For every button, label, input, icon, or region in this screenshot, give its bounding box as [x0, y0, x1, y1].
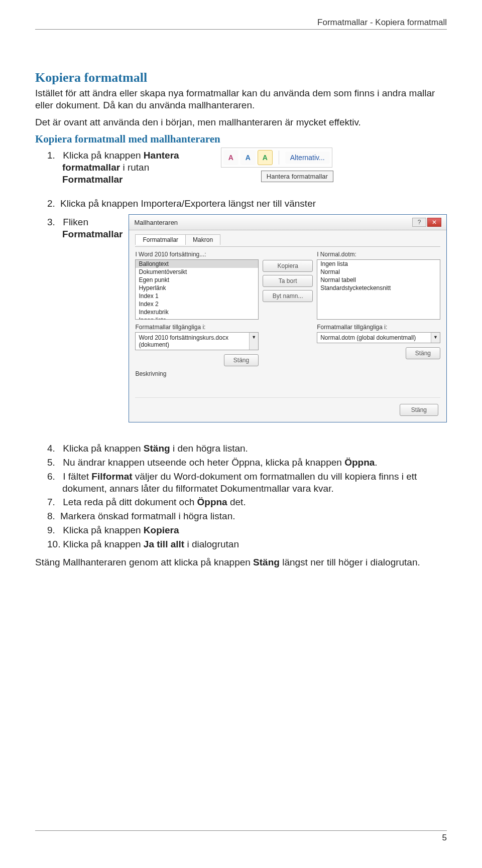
s10-b: Ja till allt	[144, 539, 184, 549]
intro-paragraph-2: Det är ovant att använda den i början, m…	[35, 116, 447, 128]
step1-text-a: Klicka på knappen	[63, 150, 144, 161]
right-combo-value: Normal.dotm (global dokumentmall)	[317, 333, 431, 343]
step-9: Klicka på knappen Kopiera	[62, 524, 447, 536]
list-item[interactable]: Index 1	[136, 292, 258, 300]
step3-text: Fliken	[63, 217, 88, 227]
list-item[interactable]: Standardstycketeckensnitt	[317, 284, 440, 292]
right-list-label: I Normal.dotm:	[317, 251, 440, 258]
step-8: Markera önskad formatmall i högra listan…	[62, 510, 447, 522]
s7-c: det.	[227, 497, 246, 507]
s10-a: Klicka på knappen	[63, 539, 144, 549]
step-4: Klicka på knappen Stäng i den högra list…	[62, 443, 447, 455]
kopiera-button[interactable]: Kopiera	[263, 260, 313, 272]
s9-b: Kopiera	[144, 525, 179, 535]
s7-b: Öppna	[197, 497, 227, 507]
s4-b: Stäng	[144, 443, 170, 454]
list-item[interactable]: Ingen lista	[136, 316, 258, 320]
mallhanteraren-dialog: Mallhanteraren ? ✕ Formatmallar Makron I…	[129, 214, 447, 422]
page-header: Formatmallar - Kopiera formatmall	[35, 18, 447, 30]
tab-formatmallar[interactable]: Formatmallar	[135, 234, 186, 245]
left-stang-button[interactable]: Stäng	[224, 354, 259, 366]
closing-b: Stäng	[253, 557, 280, 567]
right-listbox[interactable]: Ingen lista Normal Normal tabell Standar…	[317, 259, 440, 320]
s4-c: i den högra listan.	[170, 443, 248, 454]
s5-a: Nu ändrar knappen utseende och heter Öpp…	[63, 457, 344, 468]
right-avail-label: Formatmallar tillgängliga i:	[317, 324, 440, 331]
list-item[interactable]: Indexrubrik	[136, 308, 258, 316]
page-footer: 5	[35, 830, 447, 843]
close-icon[interactable]: ✕	[427, 218, 441, 227]
step-6: I fältet Filformat väljer du Word-dokume…	[62, 471, 447, 495]
closing-c: längst ner till höger i dialogrutan.	[280, 557, 420, 567]
tooltip-hantera-formatmallar: Hantera formatmallar	[261, 171, 333, 182]
list-item[interactable]: Index 2	[136, 300, 258, 308]
left-list-label: I Word 2010 fortsättning...:	[135, 251, 259, 258]
dialog-titlebar: Mallhanteraren ? ✕	[129, 215, 446, 230]
chevron-down-icon[interactable]: ▼	[249, 333, 258, 350]
step1-text-b: i rutan	[120, 162, 149, 173]
dialog-stang-button[interactable]: Stäng	[400, 404, 438, 416]
list-item[interactable]: Ingen lista	[317, 260, 440, 268]
step3-bold: Formatmallar	[62, 229, 123, 239]
s6-b: Filformat	[91, 471, 132, 482]
heading-kopiera-formatmall: Kopiera formatmall	[35, 70, 447, 85]
help-icon[interactable]: ?	[412, 218, 426, 227]
heading-med-mallhanteraren: Kopiera formatmall med mallhanteraren	[35, 133, 447, 146]
s9-a: Klicka på knappen	[63, 525, 144, 535]
step1-bold-2: Formatmallar	[62, 174, 123, 185]
right-combo[interactable]: Normal.dotm (global dokumentmall) ▼	[317, 332, 440, 343]
left-combo[interactable]: Word 2010 fortsättningskurs.docx (dokume…	[135, 332, 259, 350]
step-5: Nu ändrar knappen utseende och heter Öpp…	[62, 457, 447, 469]
left-listbox[interactable]: Ballongtext Dokumentöversikt Egen punkt …	[135, 259, 259, 320]
step-3: Fliken Formatmallar	[62, 216, 123, 240]
bytnamn-button[interactable]: Byt namn...	[263, 290, 313, 302]
s6-a: I fältet	[63, 471, 91, 482]
step-1: Klicka på knappen Hantera formatmallar i…	[62, 150, 206, 185]
manage-styles-icon[interactable]: A	[258, 150, 273, 165]
step-10: Klicka på knappen Ja till allt i dialogr…	[62, 538, 447, 550]
page-number: 5	[442, 833, 447, 842]
s4-a: Klicka på knappen	[63, 443, 144, 454]
list-item[interactable]: Hyperlänk	[136, 284, 258, 292]
left-avail-label: Formatmallar tillgängliga i:	[135, 324, 259, 331]
s5-b: Öppna	[344, 457, 375, 468]
step-2: Klicka på knappen Importera/Exportera lä…	[62, 198, 447, 210]
list-item[interactable]: Normal tabell	[317, 276, 440, 284]
alternativ-link[interactable]: Alternativ...	[285, 152, 330, 164]
list-item[interactable]: Egen punkt	[136, 276, 258, 284]
right-stang-button[interactable]: Stäng	[406, 347, 440, 359]
style-icon-2[interactable]: A	[240, 150, 256, 165]
dialog-title-text: Mallhanteraren	[134, 219, 178, 226]
tabort-button[interactable]: Ta bort	[263, 275, 313, 287]
tab-makron[interactable]: Makron	[185, 234, 220, 245]
list-item[interactable]: Normal	[317, 268, 440, 276]
intro-paragraph-1: Istället för att ändra eller skapa nya f…	[35, 87, 447, 111]
list-item[interactable]: Ballongtext	[136, 260, 258, 268]
toolbar-separator	[279, 151, 279, 165]
closing-a: Stäng Mallhanteraren genom att klicka på…	[35, 557, 253, 567]
left-combo-value: Word 2010 fortsättningskurs.docx (dokume…	[136, 333, 249, 350]
closing-paragraph: Stäng Mallhanteraren genom att klicka på…	[35, 557, 447, 568]
chevron-down-icon[interactable]: ▼	[431, 333, 440, 343]
beskrivning-label: Beskrivning	[135, 370, 440, 377]
styles-toolbar-snippet: A A A Alternativ...	[221, 148, 332, 168]
s10-c: i dialogrutan	[184, 539, 239, 549]
list-item[interactable]: Dokumentöversikt	[136, 268, 258, 276]
s5-c: .	[375, 457, 377, 468]
step-7: Leta reda på ditt dokument och Öppna det…	[62, 496, 447, 508]
s7-a: Leta reda på ditt dokument och	[63, 497, 197, 507]
style-icon-1[interactable]: A	[223, 150, 238, 165]
